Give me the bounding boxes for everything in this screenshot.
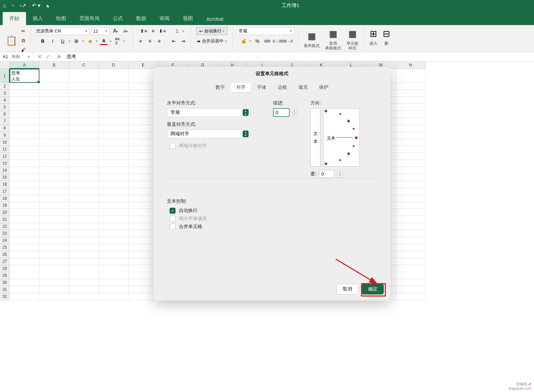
cell[interactable] xyxy=(99,69,128,83)
col-header-d[interactable]: D xyxy=(99,61,128,69)
cell[interactable] xyxy=(69,216,99,223)
cell[interactable] xyxy=(10,293,39,300)
border-button[interactable]: ⊞ xyxy=(72,37,80,45)
cell[interactable] xyxy=(396,202,426,209)
cell[interactable] xyxy=(99,188,128,195)
cell[interactable] xyxy=(10,160,39,167)
row-header[interactable]: 18 xyxy=(0,195,10,202)
vertical-text-button[interactable]: 文本 xyxy=(310,108,320,167)
row-header[interactable]: 3 xyxy=(0,90,10,97)
cell[interactable] xyxy=(99,202,128,209)
dlg-tab-border[interactable]: 边框 xyxy=(272,83,292,92)
merge-cells-checkbox[interactable] xyxy=(170,224,176,230)
cell[interactable] xyxy=(396,209,426,216)
cell[interactable] xyxy=(39,125,69,132)
cell[interactable] xyxy=(39,90,69,97)
cell[interactable] xyxy=(10,181,39,188)
row-header[interactable]: 27 xyxy=(0,258,10,265)
cell[interactable] xyxy=(39,265,69,272)
cell[interactable] xyxy=(69,279,99,286)
cell[interactable] xyxy=(396,258,426,265)
cell[interactable] xyxy=(10,118,39,125)
cell[interactable] xyxy=(396,167,426,174)
cell[interactable] xyxy=(69,223,99,230)
row-header[interactable]: 15 xyxy=(0,174,10,181)
cell[interactable] xyxy=(396,125,426,132)
spinner-up-icon[interactable]: ▲ xyxy=(292,109,297,112)
dlg-tab-font[interactable]: 字体 xyxy=(252,83,272,92)
cell[interactable] xyxy=(10,153,39,160)
cell[interactable] xyxy=(396,279,426,286)
cell[interactable] xyxy=(69,244,99,251)
row-header[interactable]: 10 xyxy=(0,139,10,146)
cell[interactable] xyxy=(99,97,128,104)
copy-icon[interactable]: ⧉ xyxy=(19,36,27,44)
formula-input[interactable]: 思考 xyxy=(64,54,534,60)
fill-color-button[interactable]: ◆ xyxy=(86,37,94,45)
cell[interactable] xyxy=(396,286,426,293)
row-header[interactable]: 20 xyxy=(0,209,10,216)
cell[interactable] xyxy=(99,279,128,286)
cell[interactable] xyxy=(69,69,99,83)
row-header[interactable]: 19 xyxy=(0,202,10,209)
cell[interactable] xyxy=(69,174,99,181)
cell[interactable] xyxy=(69,265,99,272)
cell[interactable] xyxy=(10,223,39,230)
cell[interactable] xyxy=(39,251,69,258)
spinner-up-icon[interactable]: ▲ xyxy=(337,170,342,174)
cell[interactable] xyxy=(69,209,99,216)
cell[interactable] xyxy=(39,195,69,202)
fx-icon[interactable]: fx xyxy=(54,54,64,59)
align-bottom-icon[interactable]: ⬇≡ xyxy=(159,27,167,35)
row-header[interactable]: 2 xyxy=(0,83,10,90)
cell[interactable] xyxy=(39,188,69,195)
cell[interactable] xyxy=(10,216,39,223)
cell[interactable] xyxy=(69,258,99,265)
cell-styles-button[interactable]: ▦ 单元格 样式 xyxy=(344,27,360,51)
cell[interactable] xyxy=(69,195,99,202)
cell[interactable] xyxy=(396,244,426,251)
align-center-icon[interactable]: ≡ xyxy=(146,37,154,45)
row-header[interactable]: 21 xyxy=(0,216,10,223)
cell[interactable] xyxy=(69,118,99,125)
currency-button[interactable]: 💰 xyxy=(240,37,248,45)
cell[interactable] xyxy=(10,202,39,209)
cell[interactable] xyxy=(69,286,99,293)
cell[interactable] xyxy=(396,111,426,118)
cell[interactable] xyxy=(10,272,39,279)
cell[interactable] xyxy=(10,139,39,146)
cell[interactable] xyxy=(99,90,128,97)
cell[interactable] xyxy=(396,139,426,146)
paste-icon[interactable]: 📋 xyxy=(5,34,18,47)
insert-cells-button[interactable]: ⊞ 插入 xyxy=(367,27,379,46)
tab-insert[interactable]: 插入 xyxy=(26,12,49,25)
cell[interactable] xyxy=(39,244,69,251)
tab-formulas[interactable]: 公式 xyxy=(106,12,129,25)
cell[interactable] xyxy=(99,286,128,293)
cell[interactable] xyxy=(10,132,39,139)
cell[interactable] xyxy=(10,237,39,244)
cell[interactable] xyxy=(396,83,426,90)
row-header[interactable]: 25 xyxy=(0,244,10,251)
cell[interactable] xyxy=(99,146,128,153)
cell[interactable] xyxy=(69,272,99,279)
cell[interactable] xyxy=(99,293,128,300)
cell[interactable] xyxy=(39,209,69,216)
tab-acrobat[interactable]: Acrobat xyxy=(200,13,230,25)
cell[interactable] xyxy=(10,104,39,111)
cell[interactable] xyxy=(99,132,128,139)
h-align-select[interactable]: 常规 ▲▼ xyxy=(167,108,250,117)
row-header[interactable]: 14 xyxy=(0,167,10,174)
cell[interactable] xyxy=(396,174,426,181)
cell[interactable] xyxy=(69,104,99,111)
home-icon[interactable]: ⌂ xyxy=(3,3,6,9)
cell[interactable] xyxy=(69,167,99,174)
cell[interactable] xyxy=(10,230,39,237)
cell[interactable] xyxy=(396,69,426,83)
cell[interactable] xyxy=(99,265,128,272)
row-header[interactable]: 17 xyxy=(0,188,10,195)
cell[interactable] xyxy=(39,286,69,293)
ok-button[interactable]: 确定 xyxy=(362,284,384,295)
cell[interactable] xyxy=(99,244,128,251)
cell[interactable] xyxy=(10,265,39,272)
